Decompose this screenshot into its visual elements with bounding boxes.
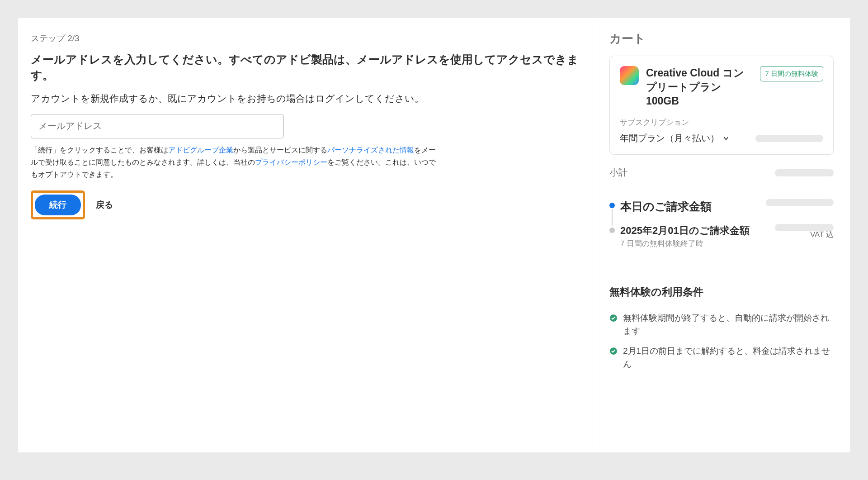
check-circle-icon [609, 347, 618, 355]
subtotal-label: 小計 [609, 166, 627, 179]
plan-selector[interactable]: 年間プラン（月々払い） [620, 132, 729, 144]
vat-label: VAT 込 [775, 229, 834, 240]
continue-highlight: 続行 [31, 190, 85, 219]
adobe-group-link[interactable]: アドビグループ企業 [168, 146, 233, 154]
trial-badge: 7 日間の無料体験 [760, 66, 823, 81]
cart-title: カート [609, 31, 834, 47]
personalized-info-link[interactable]: パーソナライズされた情報 [327, 146, 414, 154]
main-content: ステップ 2/3 メールアドレスを入力してください。すべてのアドビ製品は、メール… [18, 18, 593, 452]
plan-selected-value: 年間プラン（月々払い） [620, 132, 719, 144]
check-circle-icon [609, 314, 618, 322]
creative-cloud-icon [620, 66, 639, 85]
page-title: メールアドレスを入力してください。すべてのアドビ製品は、メールアドレスを使用して… [31, 52, 580, 83]
trial-term-1: 無料体験期間が終了すると、自動的に請求が開始されます [609, 312, 834, 337]
billing-timeline: 本日のご請求金額 2025年2月01日のご請求金額 7 日間の無料体験終了時 V… [609, 199, 834, 249]
subtotal-price-placeholder [775, 169, 834, 176]
cart-product-card: Creative Cloud コンプリートプラン 100GB 7 日間の無料体験… [609, 56, 834, 155]
consent-text: 「続行」をクリックすることで、お客様はアドビグループ企業から製品とサービスに関す… [31, 144, 438, 181]
email-field[interactable] [31, 114, 284, 138]
trial-terms-title: 無料体験の利用条件 [609, 285, 834, 299]
chevron-down-icon [723, 135, 729, 142]
today-price-placeholder [766, 199, 834, 206]
continue-button[interactable]: 続行 [35, 195, 81, 215]
subscription-label: サブスクリプション [620, 117, 823, 128]
plan-price-placeholder [755, 135, 823, 142]
cart-sidebar: カート Creative Cloud コンプリートプラン 100GB 7 日間の… [593, 18, 850, 452]
back-button[interactable]: 戻る [96, 199, 113, 211]
today-charge-label: 本日のご請求金額 [620, 199, 712, 214]
privacy-policy-link[interactable]: プライバシーポリシー [255, 158, 327, 166]
page-subtitle: アカウントを新規作成するか、既にアカウントをお持ちの場合はログインしてください。 [31, 91, 580, 106]
trial-term-2: 2月1日の前日までに解約すると、料金は請求されません [609, 345, 834, 371]
future-charge-label: 2025年2月01日のご請求金額 [620, 224, 775, 238]
product-name: Creative Cloud コンプリートプラン 100GB [646, 66, 753, 108]
step-indicator: ステップ 2/3 [31, 33, 580, 44]
future-charge-sub: 7 日間の無料体験終了時 [620, 238, 775, 249]
